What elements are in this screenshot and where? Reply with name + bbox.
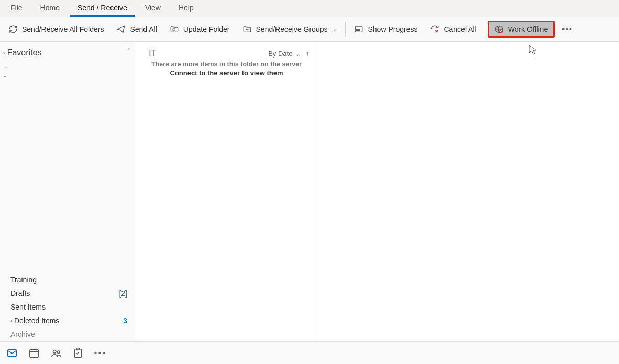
chevron-down-icon: ⌄ bbox=[3, 73, 7, 78]
folder-label: Sent Items bbox=[10, 303, 46, 311]
tasks-icon bbox=[72, 347, 84, 359]
send-receive-all-label: Send/Receive All Folders bbox=[22, 25, 104, 33]
work-offline-button[interactable]: Work Offline bbox=[488, 21, 555, 38]
ribbon: Send/Receive All Folders Send All Update… bbox=[0, 17, 619, 42]
nav-overflow[interactable]: ••• bbox=[94, 349, 107, 357]
message-list-pane: IT By Date ⌄ ↑ There are more items in t… bbox=[135, 42, 318, 341]
folder-count: 3 bbox=[123, 316, 127, 325]
cancel-icon bbox=[430, 25, 439, 34]
folder-label: Archive bbox=[10, 330, 35, 338]
chevron-down-icon: ⌄ bbox=[3, 64, 7, 69]
account-node[interactable]: ⌄ bbox=[0, 62, 135, 71]
folder-archive[interactable]: Archive bbox=[0, 327, 135, 341]
send-receive-groups-button[interactable]: Send/Receive Groups ⌄ bbox=[236, 21, 344, 37]
folder-count: [2] bbox=[119, 289, 127, 298]
folder-training[interactable]: Training bbox=[0, 273, 135, 287]
svg-point-9 bbox=[53, 350, 57, 353]
nav-calendar[interactable] bbox=[28, 347, 40, 359]
send-icon bbox=[116, 25, 126, 34]
server-items-banner: There are more items in this folder on t… bbox=[135, 60, 318, 68]
chevron-down-icon: ⌄ bbox=[333, 26, 337, 32]
refresh-icon bbox=[8, 25, 18, 34]
collapse-sidebar-button[interactable]: ‹ bbox=[125, 44, 131, 53]
sort-label: By Date bbox=[268, 50, 292, 58]
chevron-right-icon: › bbox=[3, 50, 5, 56]
folder-label: Training bbox=[10, 276, 37, 284]
mail-icon bbox=[6, 347, 18, 359]
send-receive-groups-label: Send/Receive Groups bbox=[256, 25, 328, 33]
cancel-all-button[interactable]: Cancel All bbox=[424, 21, 482, 37]
svg-rect-8 bbox=[30, 349, 39, 357]
nav-people[interactable] bbox=[50, 347, 62, 359]
tab-help[interactable]: Help bbox=[171, 0, 201, 17]
send-receive-all-button[interactable]: Send/Receive All Folders bbox=[2, 21, 110, 37]
account-node[interactable]: ⌄ bbox=[0, 71, 135, 81]
sort-direction-button[interactable]: ↑ bbox=[306, 49, 310, 58]
folder-label: Drafts bbox=[10, 289, 30, 298]
progress-icon bbox=[354, 25, 363, 34]
ribbon-overflow-button[interactable]: ••• bbox=[558, 25, 577, 33]
update-folder-button[interactable]: Update Folder bbox=[163, 21, 236, 37]
show-progress-button[interactable]: Show Progress bbox=[348, 21, 424, 37]
svg-rect-0 bbox=[356, 26, 363, 32]
folder-title: IT bbox=[149, 48, 157, 59]
folder-sent-items[interactable]: Sent Items bbox=[0, 300, 135, 314]
cancel-all-label: Cancel All bbox=[444, 25, 476, 33]
folder-label: Deleted Items bbox=[14, 316, 59, 325]
connect-server-link[interactable]: Connect to the server to view them bbox=[135, 68, 318, 79]
chevron-down-icon: ⌄ bbox=[295, 51, 300, 57]
favorites-header[interactable]: › Favorites bbox=[0, 42, 135, 62]
tab-file[interactable]: File bbox=[3, 0, 30, 17]
tab-send-receive[interactable]: Send / Receive bbox=[70, 0, 135, 17]
calendar-icon bbox=[28, 347, 40, 359]
nav-tasks[interactable] bbox=[72, 347, 84, 359]
work-offline-label: Work Offline bbox=[508, 25, 548, 33]
bottom-nav: ••• bbox=[0, 341, 619, 364]
folder-refresh-icon bbox=[170, 25, 179, 34]
show-progress-label: Show Progress bbox=[368, 25, 417, 33]
sort-by-button[interactable]: By Date ⌄ bbox=[268, 50, 300, 58]
nav-mail[interactable] bbox=[6, 347, 18, 359]
globe-offline-icon bbox=[494, 25, 504, 34]
folder-list: Training Drafts [2] Sent Items › Deleted… bbox=[0, 273, 135, 341]
tab-view[interactable]: View bbox=[138, 0, 168, 17]
folder-deleted-items[interactable]: › Deleted Items 3 bbox=[0, 314, 135, 327]
favorites-label: Favorites bbox=[7, 48, 42, 58]
people-icon bbox=[50, 347, 62, 359]
send-all-label: Send All bbox=[130, 25, 157, 33]
svg-point-10 bbox=[57, 350, 60, 353]
ribbon-separator bbox=[485, 22, 485, 37]
svg-rect-1 bbox=[356, 29, 360, 30]
tab-home[interactable]: Home bbox=[33, 0, 67, 17]
reading-pane bbox=[318, 42, 619, 341]
ribbon-separator bbox=[345, 22, 346, 37]
send-all-button[interactable]: Send All bbox=[110, 21, 163, 37]
sidebar: ‹ › Favorites ⌄ ⌄ Training Drafts [2] Se… bbox=[0, 42, 135, 341]
chevron-right-icon: › bbox=[10, 318, 12, 323]
folder-sync-icon bbox=[242, 25, 252, 34]
tab-bar: File Home Send / Receive View Help bbox=[0, 0, 619, 17]
update-folder-label: Update Folder bbox=[183, 25, 230, 33]
folder-drafts[interactable]: Drafts [2] bbox=[0, 287, 135, 300]
